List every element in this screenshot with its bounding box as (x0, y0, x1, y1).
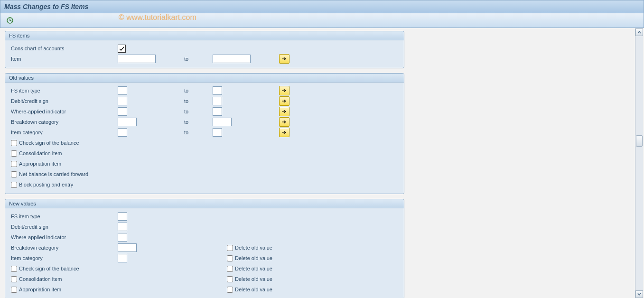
scroll-track[interactable] (636, 37, 643, 290)
item-to-input[interactable] (213, 55, 251, 63)
new-breakdown-delete-checkbox[interactable] (227, 245, 233, 251)
arrow-right-icon (281, 109, 287, 114)
to-label-item: to (184, 56, 213, 62)
cons-chart-f4-button[interactable] (118, 45, 126, 53)
label-old-fs-item-type: FS item type (10, 88, 118, 93)
toolbar (0, 13, 644, 28)
vertical-scrollbar[interactable] (635, 28, 643, 298)
arrow-right-icon (281, 99, 287, 103)
new-fs-item-type-input[interactable] (118, 212, 127, 221)
arrow-right-icon (281, 56, 287, 61)
new-appropriation-checkbox[interactable] (11, 287, 17, 293)
new-check-sign-checkbox[interactable] (11, 266, 17, 272)
new-consolidation-label: Consolidation item (19, 276, 62, 282)
old-debit-credit-to-input[interactable] (213, 97, 222, 105)
old-block-posting-checkbox[interactable] (11, 182, 17, 188)
old-fs-item-type-from-input[interactable] (118, 86, 127, 95)
new-item-category-delete-checkbox[interactable] (227, 255, 233, 261)
label-item: Item (10, 56, 118, 62)
old-debit-credit-msel-button[interactable] (279, 96, 289, 106)
group-header-fs-items: FS items (5, 31, 404, 40)
old-fs-item-type-to-input[interactable] (213, 86, 222, 95)
title-bar: Mass Changes to FS Items (0, 0, 644, 13)
label-new-debit-credit: Debit/credit sign (10, 224, 118, 230)
group-header-new-values: New values (5, 199, 404, 208)
old-net-balance-label: Net balance is carried forward (19, 171, 88, 177)
group-new-values: New values FS item type Debit/credit sig… (5, 199, 404, 298)
to-label: to (184, 88, 213, 93)
new-check-sign-label: Check sign of the balance (19, 266, 79, 271)
old-appropriation-checkbox[interactable] (11, 161, 17, 167)
label-cons-chart: Cons chart of accounts (10, 46, 118, 51)
page-title: Mass Changes to FS Items (4, 3, 88, 10)
new-breakdown-input[interactable] (118, 243, 137, 252)
old-item-category-to-input[interactable] (213, 128, 222, 137)
label-old-item-category: Item category (10, 130, 118, 135)
old-appropriation-label: Appropriation item (19, 161, 61, 167)
new-consolidation-delete-checkbox[interactable] (227, 276, 233, 282)
old-net-balance-checkbox[interactable] (11, 171, 17, 177)
old-item-category-from-input[interactable] (118, 128, 127, 137)
old-where-applied-from-input[interactable] (118, 107, 127, 116)
arrow-right-icon (281, 88, 287, 93)
scroll-thumb[interactable] (636, 135, 643, 147)
arrow-right-icon (281, 120, 287, 124)
check-icon (119, 46, 124, 51)
group-old-values: Old values FS item type to Debit/credit … (5, 73, 404, 194)
arrow-right-icon (281, 130, 287, 135)
new-item-category-input[interactable] (118, 254, 127, 262)
clock-execute-icon (6, 17, 14, 24)
item-from-input[interactable] (118, 55, 156, 63)
chevron-up-icon (637, 30, 641, 34)
old-breakdown-msel-button[interactable] (279, 117, 289, 127)
chevron-down-icon (637, 292, 641, 296)
new-appropriation-delete-checkbox[interactable] (227, 287, 233, 293)
new-check-sign-delete-checkbox[interactable] (227, 266, 233, 272)
new-appropriation-label: Appropriation item (19, 287, 61, 292)
label-new-where-applied: Where-applied indicator (10, 234, 118, 240)
new-debit-credit-input[interactable] (118, 223, 127, 231)
label-old-debit-credit: Debit/credit sign (10, 98, 118, 104)
label-new-fs-item-type: FS item type (10, 214, 118, 219)
old-fs-item-type-msel-button[interactable] (279, 86, 289, 95)
old-where-applied-to-input[interactable] (213, 107, 222, 116)
label-new-breakdown: Breakdown category (10, 245, 118, 251)
scroll-down-button[interactable] (635, 290, 643, 298)
old-item-category-msel-button[interactable] (279, 128, 289, 137)
item-multiple-selection-button[interactable] (279, 54, 289, 64)
label-new-item-category: Item category (10, 255, 118, 261)
old-breakdown-to-input[interactable] (213, 118, 232, 126)
new-where-applied-input[interactable] (118, 233, 127, 242)
old-block-posting-label: Block posting and entry (19, 182, 73, 187)
scroll-up-button[interactable] (635, 28, 643, 36)
scroll-area: FS items Cons chart of accounts Item (0, 28, 644, 298)
old-consolidation-label: Consolidation item (19, 150, 62, 156)
group-header-old-values: Old values (5, 74, 404, 83)
delete-old-label: Delete old value (235, 245, 272, 251)
old-check-sign-label: Check sign of the balance (19, 140, 79, 146)
old-where-applied-msel-button[interactable] (279, 107, 289, 116)
old-debit-credit-from-input[interactable] (118, 97, 127, 105)
old-check-sign-checkbox[interactable] (11, 140, 17, 146)
group-fs-items: FS items Cons chart of accounts Item (5, 31, 404, 68)
label-old-breakdown: Breakdown category (10, 119, 118, 125)
new-consolidation-checkbox[interactable] (11, 276, 17, 282)
old-breakdown-from-input[interactable] (118, 118, 137, 126)
execute-button[interactable] (4, 15, 16, 26)
label-old-where-applied: Where-applied indicator (10, 109, 118, 114)
old-consolidation-checkbox[interactable] (11, 150, 17, 157)
svg-line-2 (10, 20, 11, 21)
